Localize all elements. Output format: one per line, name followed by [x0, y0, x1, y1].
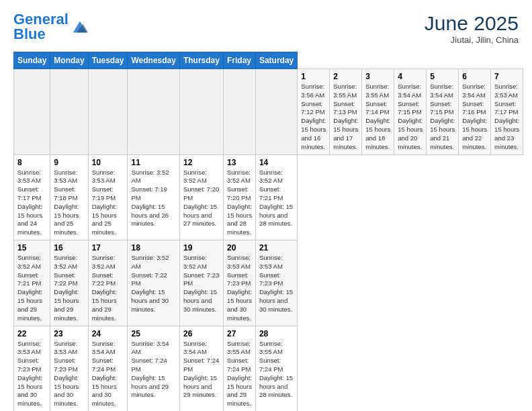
header-wednesday: Wednesday: [128, 52, 179, 69]
calendar-cell: 23 Sunrise: 3:53 AMSunset: 7:23 PMDaylig…: [50, 326, 88, 411]
day-number: 28: [259, 329, 294, 338]
day-number: 1: [301, 72, 326, 81]
day-number: 4: [398, 72, 423, 81]
calendar-cell: [223, 69, 255, 155]
header-thursday: Thursday: [179, 52, 223, 69]
calendar-cell: 24 Sunrise: 3:54 AMSunset: 7:24 PMDaylig…: [88, 326, 128, 411]
week-row-2: 8 Sunrise: 3:53 AMSunset: 7:17 PMDayligh…: [14, 154, 523, 240]
header-monday: Monday: [50, 52, 88, 69]
calendar-cell: 11 Sunrise: 3:52 AMSunset: 7:19 PMDaylig…: [128, 154, 179, 240]
day-info: Sunrise: 3:52 AMSunset: 7:20 PMDaylight:…: [183, 169, 220, 229]
calendar-cell: 22 Sunrise: 3:53 AMSunset: 7:23 PMDaylig…: [14, 326, 50, 411]
calendar-cell: 18 Sunrise: 3:52 AMSunset: 7:22 PMDaylig…: [128, 240, 179, 326]
day-number: 8: [17, 158, 46, 167]
calendar-cell: 17 Sunrise: 3:52 AMSunset: 7:22 PMDaylig…: [88, 240, 128, 326]
day-number: 11: [131, 158, 175, 167]
calendar-cell: 19 Sunrise: 3:52 AMSunset: 7:23 PMDaylig…: [179, 240, 223, 326]
calendar-cell: 28 Sunrise: 3:55 AMSunset: 7:24 PMDaylig…: [255, 326, 297, 411]
calendar-header-row: SundayMondayTuesdayWednesdayThursdayFrid…: [14, 52, 523, 69]
day-number: 17: [92, 243, 124, 253]
calendar-cell: [88, 69, 128, 155]
day-number: 21: [259, 243, 294, 253]
day-info: Sunrise: 3:53 AMSunset: 7:23 PMDaylight:…: [259, 254, 294, 314]
calendar-cell: 14 Sunrise: 3:52 AMSunset: 7:21 PMDaylig…: [255, 154, 297, 240]
day-info: Sunrise: 3:52 AMSunset: 7:21 PMDaylight:…: [259, 169, 294, 229]
calendar-cell: [14, 69, 50, 155]
day-info: Sunrise: 3:52 AMSunset: 7:22 PMDaylight:…: [92, 254, 124, 323]
day-info: Sunrise: 3:53 AMSunset: 7:23 PMDaylight:…: [54, 340, 84, 409]
calendar-cell: [50, 69, 88, 155]
header-tuesday: Tuesday: [88, 52, 128, 69]
day-number: 16: [54, 243, 84, 253]
calendar-cell: [179, 69, 223, 155]
day-info: Sunrise: 3:53 AMSunset: 7:23 PMDaylight:…: [17, 340, 46, 409]
day-info: Sunrise: 3:56 AMSunset: 7:12 PMDaylight:…: [301, 83, 326, 152]
calendar-cell: 5 Sunrise: 3:54 AMSunset: 7:15 PMDayligh…: [427, 69, 459, 155]
day-number: 24: [92, 329, 124, 338]
calendar-cell: 7 Sunrise: 3:53 AMSunset: 7:17 PMDayligh…: [491, 69, 523, 155]
calendar-cell: [128, 69, 179, 155]
day-info: Sunrise: 3:52 AMSunset: 7:22 PMDaylight:…: [131, 254, 175, 314]
day-info: Sunrise: 3:53 AMSunset: 7:23 PMDaylight:…: [227, 254, 252, 323]
day-info: Sunrise: 3:54 AMSunset: 7:24 PMDaylight:…: [92, 340, 124, 409]
day-info: Sunrise: 3:52 AMSunset: 7:22 PMDaylight:…: [54, 254, 84, 323]
calendar-cell: 21 Sunrise: 3:53 AMSunset: 7:23 PMDaylig…: [255, 240, 297, 326]
month-title: June 2025: [425, 12, 519, 35]
calendar-cell: 8 Sunrise: 3:53 AMSunset: 7:17 PMDayligh…: [14, 154, 50, 240]
calendar-cell: 12 Sunrise: 3:52 AMSunset: 7:20 PMDaylig…: [179, 154, 223, 240]
day-info: Sunrise: 3:54 AMSunset: 7:24 PMDaylight:…: [183, 340, 220, 400]
calendar-cell: 10 Sunrise: 3:53 AMSunset: 7:19 PMDaylig…: [88, 154, 128, 240]
day-info: Sunrise: 3:52 AMSunset: 7:19 PMDaylight:…: [131, 169, 175, 229]
calendar-cell: 6 Sunrise: 3:54 AMSunset: 7:16 PMDayligh…: [459, 69, 491, 155]
day-info: Sunrise: 3:53 AMSunset: 7:17 PMDaylight:…: [17, 169, 46, 238]
day-info: Sunrise: 3:54 AMSunset: 7:15 PMDaylight:…: [430, 83, 455, 152]
day-info: Sunrise: 3:53 AMSunset: 7:17 PMDaylight:…: [494, 83, 519, 152]
calendar-page: General Blue June 2025 Jiutai, Jilin, Ch…: [0, 0, 532, 411]
calendar-cell: 2 Sunrise: 3:55 AMSunset: 7:13 PMDayligh…: [330, 69, 362, 155]
day-number: 19: [183, 243, 220, 253]
header-friday: Friday: [223, 52, 255, 69]
day-number: 5: [430, 72, 455, 81]
day-info: Sunrise: 3:54 AMSunset: 7:16 PMDaylight:…: [462, 83, 487, 152]
calendar-table: SundayMondayTuesdayWednesdayThursdayFrid…: [13, 52, 523, 411]
day-number: 27: [227, 329, 252, 338]
day-number: 15: [17, 243, 46, 253]
day-info: Sunrise: 3:54 AMSunset: 7:15 PMDaylight:…: [398, 83, 423, 152]
day-info: Sunrise: 3:54 AMSunset: 7:24 PMDaylight:…: [131, 340, 175, 400]
week-row-1: 1 Sunrise: 3:56 AMSunset: 7:12 PMDayligh…: [14, 69, 523, 155]
header-sunday: Sunday: [14, 52, 50, 69]
day-number: 20: [227, 243, 252, 253]
day-info: Sunrise: 3:55 AMSunset: 7:24 PMDaylight:…: [227, 340, 252, 409]
day-info: Sunrise: 3:53 AMSunset: 7:19 PMDaylight:…: [92, 169, 124, 238]
title-block: June 2025 Jiutai, Jilin, China: [425, 12, 519, 45]
day-info: Sunrise: 3:52 AMSunset: 7:23 PMDaylight:…: [183, 254, 220, 314]
day-number: 9: [54, 158, 84, 167]
day-number: 25: [131, 329, 175, 338]
calendar-cell: 27 Sunrise: 3:55 AMSunset: 7:24 PMDaylig…: [223, 326, 255, 411]
calendar-cell: 13 Sunrise: 3:52 AMSunset: 7:20 PMDaylig…: [223, 154, 255, 240]
day-number: 2: [333, 72, 358, 81]
day-number: 6: [462, 72, 487, 81]
day-number: 10: [92, 158, 124, 167]
day-info: Sunrise: 3:55 AMSunset: 7:24 PMDaylight:…: [259, 340, 294, 400]
day-number: 23: [54, 329, 84, 338]
calendar-cell: 16 Sunrise: 3:52 AMSunset: 7:22 PMDaylig…: [50, 240, 88, 326]
day-info: Sunrise: 3:55 AMSunset: 7:13 PMDaylight:…: [333, 83, 358, 152]
calendar-cell: 1 Sunrise: 3:56 AMSunset: 7:12 PMDayligh…: [298, 69, 330, 155]
calendar-cell: 9 Sunrise: 3:53 AMSunset: 7:18 PMDayligh…: [50, 154, 88, 240]
calendar-cell: 26 Sunrise: 3:54 AMSunset: 7:24 PMDaylig…: [179, 326, 223, 411]
header-saturday: Saturday: [255, 52, 297, 69]
calendar-cell: 3 Sunrise: 3:55 AMSunset: 7:14 PMDayligh…: [362, 69, 394, 155]
week-row-4: 22 Sunrise: 3:53 AMSunset: 7:23 PMDaylig…: [14, 326, 523, 411]
day-number: 3: [365, 72, 390, 81]
day-number: 22: [17, 329, 46, 338]
day-number: 18: [131, 243, 175, 253]
calendar-cell: 25 Sunrise: 3:54 AMSunset: 7:24 PMDaylig…: [128, 326, 179, 411]
week-row-3: 15 Sunrise: 3:52 AMSunset: 7:21 PMDaylig…: [14, 240, 523, 326]
day-number: 26: [183, 329, 220, 338]
day-info: Sunrise: 3:53 AMSunset: 7:18 PMDaylight:…: [54, 169, 84, 238]
day-number: 7: [494, 72, 519, 81]
calendar-cell: 4 Sunrise: 3:54 AMSunset: 7:15 PMDayligh…: [394, 69, 427, 155]
logo-icon: [71, 17, 89, 36]
calendar-cell: [255, 69, 297, 155]
